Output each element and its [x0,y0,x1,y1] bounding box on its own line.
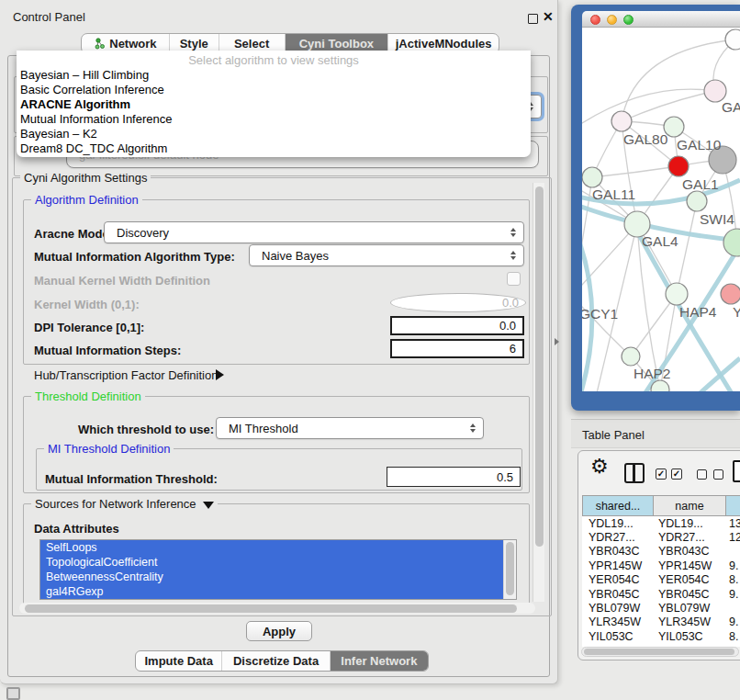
splitter-handle[interactable] [555,338,559,345]
algorithm-option[interactable]: Mutual Information Inference [17,112,531,127]
table-panel-header: Table Panel [571,419,740,448]
bottom-tab-discretize-data[interactable]: Discretize Data [222,651,330,671]
table-cell: YLR345W [654,615,726,628]
kernel-width-field[interactable]: 0.0 [390,293,526,312]
table-row[interactable]: YBL079WYBL079W [582,601,740,615]
gear-icon[interactable]: ⚙ [590,453,609,480]
attributes-scroll-thumb[interactable] [506,542,514,595]
mi-type-value: Naive Bayes [262,249,329,263]
algorithm-option[interactable]: Bayesian – Hill Climbing [17,68,531,83]
which-threshold-value: MI Threshold [229,422,298,435]
table-cell: YDL19... [654,517,726,530]
table-cell: 8. [726,630,740,643]
sources-title-text: Sources for Network Inference [35,497,196,511]
table-cell: 9. [726,588,740,601]
table-hscroll-thumb[interactable] [584,649,734,655]
bottom-tab-infer-network[interactable]: Infer Network [331,651,428,671]
table-cell: YBR045C [654,588,726,601]
minimize-traffic-light[interactable] [607,15,617,25]
table-cell: YPR145W [582,559,654,572]
table-row[interactable]: YBR045CYBR045C9. [582,587,740,601]
mi-threshold-field[interactable]: 0.5 [387,467,521,487]
table-cell: YPR145W [654,559,726,572]
attribute-list-item[interactable]: BetweennessCentrality [40,570,503,584]
attribute-list-item[interactable]: gal4RGexp [40,584,503,599]
attribute-list-item[interactable]: TopologicalCoefficient [40,555,503,570]
checked-checkbox-icon[interactable]: ✓ [656,469,667,480]
aracne-mode-value: Discovery [117,226,169,240]
table-row[interactable]: YER054CYER054C8. [582,573,740,587]
settings-vertical-scrollbar[interactable] [533,183,544,602]
network-node[interactable] [723,229,740,256]
network-node-y[interactable] [721,284,740,304]
zoom-traffic-light[interactable] [623,15,633,25]
table-row[interactable]: YPR145WYPR145W9. [582,559,740,572]
aracne-mode-combo[interactable]: Discovery [104,221,524,243]
settings-hscroll-thumb[interactable] [25,604,517,613]
network-node-gal11[interactable] [582,167,602,187]
network-window-titlebar[interactable] [582,11,740,28]
unchecked-checkbox-icon[interactable] [697,469,707,480]
mi-steps-field[interactable]: 6 [390,339,524,358]
algorithm-option[interactable]: Bayesian – K2 [17,127,531,141]
algorithm-option[interactable]: Dream8 DC_TDC Algorithm [17,141,531,156]
bottom-tab-impute-data[interactable]: Impute Data [136,651,222,671]
threshold-definition-title: Threshold Definition [31,390,145,403]
dpi-tolerance-field[interactable]: 0.0 [390,316,524,335]
settings-horizontal-scrollbar[interactable] [19,603,535,614]
network-node-hap4[interactable] [666,283,688,305]
network-node-label: GAL1 [682,176,719,192]
dropdown-placeholder: Select algorithm to view settings [17,52,531,68]
network-node-label: GAL10 [677,137,722,152]
table-horizontal-scrollbar[interactable] [581,647,739,657]
apply-button[interactable]: Apply [246,621,312,641]
table-row[interactable]: YIL053CYIL053C8. [582,629,740,643]
table-column-header[interactable] [726,495,740,516]
table-row[interactable]: YDL19...YDL19...13 [582,516,740,530]
data-attributes-label: Data Attributes [34,522,119,536]
manual-kernel-checkbox[interactable] [507,272,521,286]
table-column-header[interactable]: name [654,495,726,516]
hub-definition-label: Hub/Transcription Factor Definition [34,368,218,382]
bottom-tab-bar: Impute DataDiscretize DataInfer Network [135,650,429,672]
algorithm-option[interactable]: ARACNE Algorithm [17,97,531,112]
network-canvas[interactable]: GALGAL80GAL10GAL1GAL11SWI4GAL4GCY1HAP4YH… [582,28,740,391]
float-window-icon[interactable] [528,14,538,24]
tab-label: jActiveMNodules [396,37,492,51]
combo-arrows-icon [510,251,516,260]
expand-arrow-icon[interactable] [216,369,224,380]
network-node[interactable] [725,29,740,50]
table-column-header[interactable]: shared... [582,495,654,516]
minimized-panel-icon[interactable] [6,687,20,700]
kernel-width-label: Kernel Width (0,1): [34,298,140,311]
which-threshold-combo[interactable]: MI Threshold [216,417,484,439]
checked-checkbox-icon[interactable]: ✓ [671,469,682,480]
mi-steps-value: 6 [510,342,516,356]
collapse-arrow-icon[interactable] [203,502,214,509]
close-traffic-light[interactable] [590,15,600,25]
control-panel-window: Control Panel ✕ NetworkStyleSelectCyni T… [0,0,558,684]
network-edge-thick[interactable] [698,358,740,391]
document-icon[interactable] [733,460,740,482]
algorithm-option[interactable]: Basic Correlation Inference [17,83,531,97]
attribute-list-item[interactable]: SelfLoops [40,540,503,555]
settings-vscroll-thumb[interactable] [535,186,544,547]
split-columns-icon[interactable] [624,463,645,483]
network-node-swi4[interactable] [687,191,707,211]
mi-threshold-group-title: MI Threshold Definition [44,442,174,456]
network-edge[interactable] [592,166,678,177]
network-edge[interactable] [677,201,697,294]
table-row[interactable]: YLR345WYLR345W9. [582,615,740,629]
network-node-gal80[interactable] [611,111,632,131]
network-node-hap2[interactable] [622,347,640,366]
table-cell: YDL19... [582,517,654,530]
network-node-gal1[interactable] [668,156,689,176]
close-icon[interactable]: ✕ [543,9,554,24]
network-edge[interactable] [631,294,677,356]
table-row[interactable]: YBR043CYBR043C [582,545,740,559]
network-edge[interactable] [622,91,715,121]
mi-type-combo[interactable]: Naive Bayes [249,244,524,266]
unchecked-checkbox-icon[interactable] [713,469,723,480]
attributes-scrollbar[interactable] [503,540,516,599]
table-row[interactable]: YDR27...YDR27...12 [582,530,740,544]
